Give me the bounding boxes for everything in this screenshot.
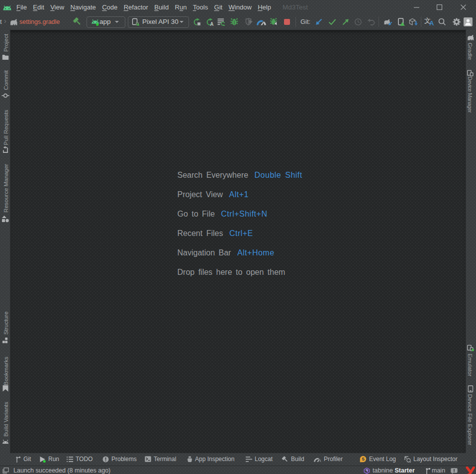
svg-text:5: 5: [362, 456, 365, 462]
svg-text:A: A: [210, 21, 213, 26]
